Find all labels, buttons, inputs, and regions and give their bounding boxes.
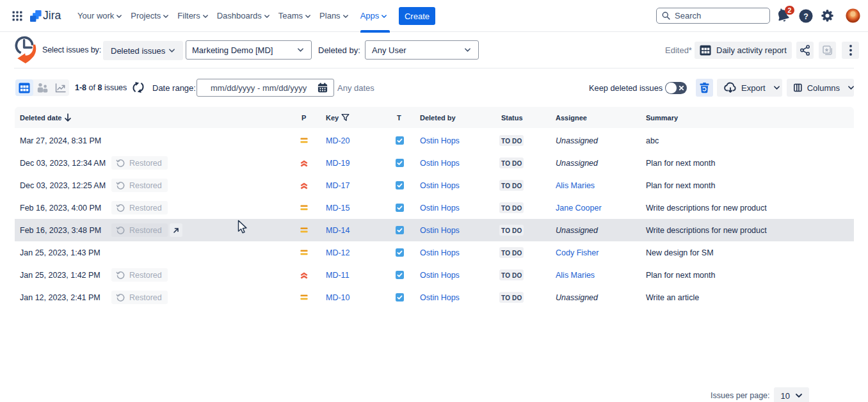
svg-text:?: ? xyxy=(803,12,808,21)
